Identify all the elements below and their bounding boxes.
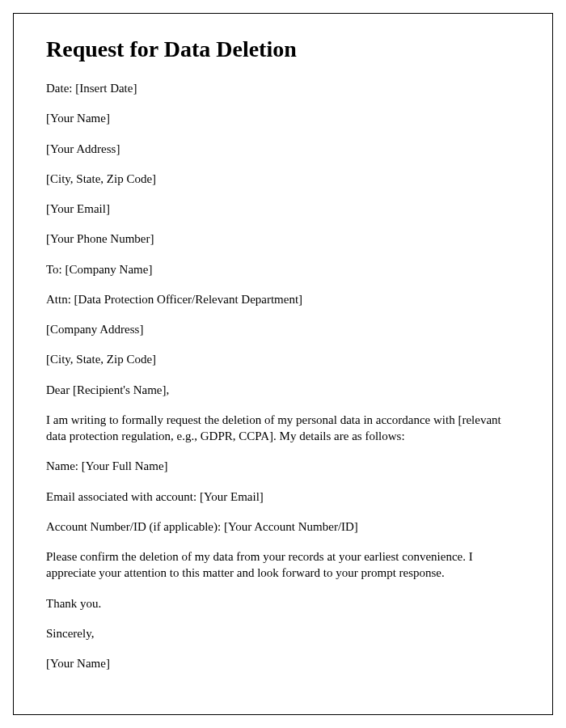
signature-line: [Your Name] <box>46 655 520 671</box>
date-line: Date: [Insert Date] <box>46 80 520 96</box>
recipient-address: [Company Address] <box>46 321 520 337</box>
detail-email: Email associated with account: [Your Ema… <box>46 489 520 505</box>
body-paragraph-1: I am writing to formally request the del… <box>46 412 520 445</box>
sender-address: [Your Address] <box>46 141 520 157</box>
recipient-company: To: [Company Name] <box>46 261 520 277</box>
detail-name: Name: [Your Full Name] <box>46 458 520 474</box>
document-frame: Request for Data Deletion Date: [Insert … <box>13 13 553 715</box>
closing-line: Sincerely, <box>46 625 520 641</box>
thanks-line: Thank you. <box>46 595 520 612</box>
body-paragraph-2: Please confirm the deletion of my data f… <box>46 548 520 582</box>
sender-city: [City, State, Zip Code] <box>46 171 520 187</box>
recipient-attn: Attn: [Data Protection Officer/Relevant … <box>46 291 520 307</box>
salutation: Dear [Recipient's Name], <box>46 382 520 398</box>
detail-account: Account Number/ID (if applicable): [Your… <box>46 518 520 535</box>
recipient-city: [City, State, Zip Code] <box>46 351 520 367</box>
sender-phone: [Your Phone Number] <box>46 231 520 247</box>
document-title: Request for Data Deletion <box>46 36 520 62</box>
sender-email: [Your Email] <box>46 201 520 217</box>
sender-name: [Your Name] <box>46 110 520 126</box>
